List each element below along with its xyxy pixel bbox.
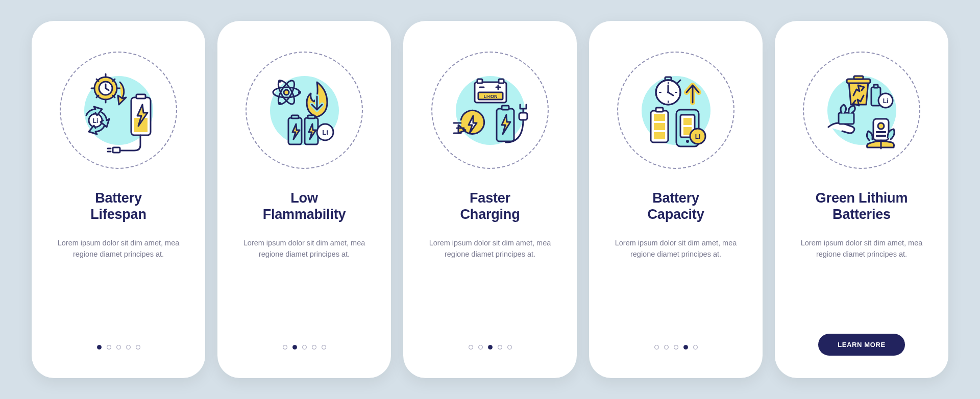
card-description: Lorem ipsum dolor sit dim amet, mea regi… (238, 237, 371, 260)
dot[interactable] (488, 345, 493, 350)
title-line2: Capacity (648, 207, 704, 222)
svg-rect-36 (654, 123, 665, 130)
title-line2: Charging (460, 207, 520, 222)
svg-text:Li: Li (93, 117, 99, 124)
svg-rect-46 (854, 76, 863, 79)
svg-point-14 (278, 80, 281, 83)
svg-point-40 (686, 140, 689, 143)
pagination-dots (97, 345, 140, 350)
dot[interactable] (654, 345, 659, 350)
dot[interactable] (498, 345, 502, 350)
svg-rect-7 (113, 147, 120, 153)
title-line2: Flammability (263, 207, 346, 222)
onboarding-card: LI-ION (403, 21, 577, 378)
svg-rect-5 (136, 94, 145, 98)
title-line1: Faster (470, 190, 510, 206)
svg-rect-42 (683, 118, 692, 125)
green-lithium-icon: Li (818, 67, 905, 154)
dot[interactable] (664, 345, 669, 350)
dot[interactable] (136, 345, 140, 350)
dot[interactable] (469, 345, 473, 350)
illustration-wrap: Li (246, 52, 363, 169)
dot[interactable] (292, 345, 297, 350)
dot[interactable] (478, 345, 483, 350)
onboarding-card: Li Green Lithi (775, 21, 948, 378)
title-line1: Battery (95, 190, 142, 206)
svg-rect-28 (519, 113, 527, 120)
illustration-wrap: Li (617, 52, 734, 169)
svg-rect-23 (499, 79, 504, 83)
dot[interactable] (683, 345, 688, 350)
dot[interactable] (283, 345, 287, 350)
card-description: Lorem ipsum dolor sit dim amet, mea regi… (795, 237, 928, 260)
svg-point-13 (278, 102, 281, 105)
card-title: Battery Capacity (648, 190, 704, 223)
dot[interactable] (116, 345, 121, 350)
svg-point-12 (298, 91, 301, 94)
svg-rect-18 (308, 115, 315, 118)
dot[interactable] (507, 345, 512, 350)
dot[interactable] (312, 345, 316, 350)
card-description: Lorem ipsum dolor sit dim amet, mea regi… (424, 237, 556, 260)
card-title: Green Lithium Batteries (816, 190, 908, 223)
onboarding-row: Li Battery Li (16, 1, 964, 398)
illustration-wrap: Li (803, 52, 920, 169)
card-description: Lorem ipsum dolor sit dim amet, mea regi… (609, 237, 742, 260)
svg-rect-16 (291, 115, 299, 118)
dot[interactable] (126, 345, 131, 350)
title-line2: Batteries (832, 207, 891, 222)
faster-charging-icon: LI-ION (447, 67, 533, 154)
svg-point-53 (878, 123, 884, 129)
svg-rect-27 (502, 106, 509, 110)
pagination-dots (469, 345, 512, 350)
dot[interactable] (302, 345, 307, 350)
dot[interactable] (97, 345, 102, 350)
svg-rect-31 (665, 77, 671, 80)
pagination-dots (283, 345, 326, 350)
dot[interactable] (107, 345, 111, 350)
svg-rect-48 (874, 85, 878, 88)
learn-more-button[interactable]: LEARN MORE (818, 334, 904, 356)
dot[interactable] (693, 345, 698, 350)
svg-rect-51 (839, 113, 854, 124)
onboarding-card: Li Battery Li (32, 21, 205, 378)
low-flammability-icon: Li (261, 67, 348, 154)
card-description: Lorem ipsum dolor sit dim amet, mea regi… (52, 237, 185, 260)
svg-point-11 (284, 90, 289, 95)
svg-rect-34 (656, 108, 663, 112)
title-line1: Battery (652, 190, 699, 206)
dot[interactable] (674, 345, 678, 350)
dot[interactable] (322, 345, 326, 350)
battery-lifespan-icon: Li (75, 67, 162, 154)
onboarding-card: Li Low Flammability Lorem ipsum dolor si… (217, 21, 391, 378)
svg-rect-55 (876, 135, 886, 137)
card-title: Battery Lifespan (90, 190, 146, 223)
svg-text:Li: Li (695, 133, 701, 140)
illustration-wrap: Li (60, 52, 177, 169)
svg-rect-37 (654, 114, 665, 121)
title-line1: Green Lithium (816, 190, 908, 206)
svg-text:Li: Li (322, 129, 328, 136)
battery-capacity-icon: Li (632, 67, 719, 154)
pagination-dots (654, 345, 698, 350)
svg-rect-35 (654, 132, 665, 139)
svg-text:LI-ION: LI-ION (484, 94, 498, 99)
svg-point-32 (667, 91, 669, 93)
svg-rect-22 (477, 79, 482, 83)
title-line1: Low (290, 190, 317, 206)
svg-rect-54 (876, 131, 886, 133)
illustration-wrap: LI-ION (431, 52, 549, 169)
svg-text:Li: Li (883, 97, 889, 105)
onboarding-card: Li Battery Capacity Lorem ipsum dolor si… (589, 21, 763, 378)
card-title: Low Flammability (263, 190, 346, 223)
title-line2: Lifespan (90, 207, 146, 222)
card-title: Faster Charging (460, 190, 520, 223)
